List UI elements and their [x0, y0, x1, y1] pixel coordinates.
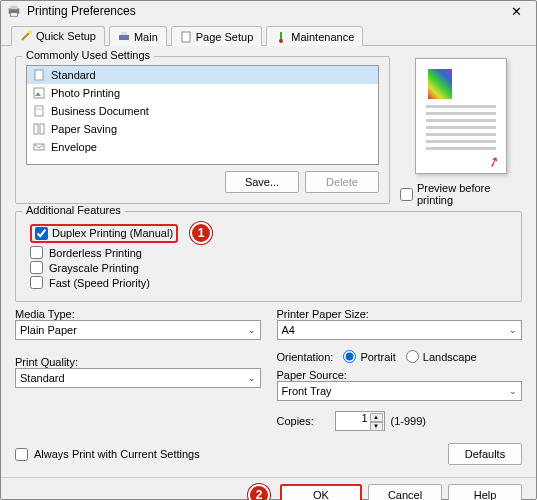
- spin-down[interactable]: ▼: [370, 422, 383, 431]
- doc-icon: [33, 69, 45, 81]
- list-item[interactable]: Paper Saving: [27, 120, 378, 138]
- dropdown-value: Front Tray: [282, 385, 332, 397]
- dropdown-value: Standard: [20, 372, 65, 384]
- dropdown-value: Plain Paper: [20, 324, 77, 336]
- cancel-button[interactable]: Cancel: [368, 484, 442, 500]
- callout-1: 1: [190, 222, 212, 244]
- list-item-label: Standard: [51, 69, 96, 81]
- list-item-label: Paper Saving: [51, 123, 117, 135]
- flip-arrow-icon: ➚: [486, 151, 503, 170]
- group-legend: Additional Features: [22, 204, 125, 216]
- landscape-label: Landscape: [423, 351, 477, 363]
- tab-main[interactable]: Main: [109, 26, 167, 46]
- tab-page-setup[interactable]: Page Setup: [171, 26, 263, 46]
- borderless-checkbox[interactable]: [30, 246, 43, 259]
- printer-tab-icon: [118, 31, 130, 43]
- always-print-label: Always Print with Current Settings: [34, 448, 200, 460]
- gradient-swatch: [428, 69, 452, 99]
- svg-point-4: [28, 30, 32, 34]
- ok-button[interactable]: OK: [280, 484, 362, 500]
- tab-label: Maintenance: [291, 31, 354, 43]
- always-print-checkbox[interactable]: [15, 448, 28, 461]
- list-item[interactable]: Envelope: [27, 138, 378, 156]
- close-button[interactable]: ✕: [502, 1, 530, 21]
- landscape-radio[interactable]: [406, 350, 419, 363]
- commonly-used-group: Commonly Used Settings Standard Photo Pr…: [15, 56, 390, 204]
- paper-size-dropdown[interactable]: A4⌄: [277, 320, 523, 340]
- save-button[interactable]: Save...: [225, 171, 299, 193]
- fast-row[interactable]: Fast (Speed Priority): [30, 276, 511, 289]
- copies-range: (1-999): [391, 415, 426, 427]
- svg-rect-7: [182, 32, 190, 42]
- fast-checkbox[interactable]: [30, 276, 43, 289]
- list-item-label: Envelope: [51, 141, 97, 153]
- borderless-row[interactable]: Borderless Printing: [30, 246, 511, 259]
- dialog-buttons: 2 OK Cancel Help: [1, 477, 536, 500]
- tab-maintenance[interactable]: Maintenance: [266, 26, 363, 46]
- orientation-label: Orientation:: [277, 351, 334, 363]
- media-type-label: Media Type:: [15, 308, 261, 320]
- titlebar: Printing Preferences ✕: [1, 1, 536, 21]
- svg-rect-11: [34, 88, 44, 98]
- help-button[interactable]: Help: [448, 484, 522, 500]
- nup-icon: [33, 123, 45, 135]
- preview-before-printing-check[interactable]: Preview before printing: [400, 182, 522, 206]
- fast-label: Fast (Speed Priority): [49, 277, 150, 289]
- svg-rect-15: [34, 124, 38, 134]
- svg-rect-13: [35, 106, 43, 116]
- copies-value: 1: [361, 412, 367, 424]
- preview-label: Preview before printing: [417, 182, 522, 206]
- paper-size-label: Printer Paper Size:: [277, 308, 523, 320]
- dropdown-value: A4: [282, 324, 295, 336]
- envelope-icon: [33, 141, 45, 153]
- chevron-down-icon: ⌄: [509, 386, 517, 396]
- copies-label: Copies:: [277, 415, 329, 427]
- tab-label: Page Setup: [196, 31, 254, 43]
- tab-bar: Quick Setup Main Page Setup Maintenance: [1, 21, 536, 46]
- list-item[interactable]: Business Document: [27, 102, 378, 120]
- print-quality-dropdown[interactable]: Standard⌄: [15, 368, 261, 388]
- page-icon: [180, 31, 192, 43]
- paper-source-dropdown[interactable]: Front Tray⌄: [277, 381, 523, 401]
- list-item[interactable]: Standard: [27, 66, 378, 84]
- svg-rect-1: [11, 6, 18, 10]
- media-type-dropdown[interactable]: Plain Paper⌄: [15, 320, 261, 340]
- borderless-label: Borderless Printing: [49, 247, 142, 259]
- settings-list[interactable]: Standard Photo Printing Business Documen…: [26, 65, 379, 165]
- svg-point-9: [279, 39, 283, 43]
- list-item-label: Photo Printing: [51, 87, 120, 99]
- svg-rect-8: [280, 32, 282, 40]
- tab-quick-setup[interactable]: Quick Setup: [11, 26, 105, 46]
- group-legend: Commonly Used Settings: [22, 49, 154, 61]
- copies-spinner[interactable]: ▲▼: [370, 413, 383, 431]
- list-item[interactable]: Photo Printing: [27, 84, 378, 102]
- chevron-down-icon: ⌄: [248, 325, 256, 335]
- chevron-down-icon: ⌄: [509, 325, 517, 335]
- svg-rect-6: [121, 32, 127, 35]
- portrait-option[interactable]: Portrait: [343, 350, 395, 363]
- printing-preferences-window: Printing Preferences ✕ Quick Setup Main …: [0, 0, 537, 500]
- additional-features-group: Additional Features Duplex Printing (Man…: [15, 211, 522, 302]
- landscape-option[interactable]: Landscape: [406, 350, 477, 363]
- grayscale-checkbox[interactable]: [30, 261, 43, 274]
- tab-label: Main: [134, 31, 158, 43]
- defaults-button[interactable]: Defaults: [448, 443, 522, 465]
- tab-content: Commonly Used Settings Standard Photo Pr…: [1, 46, 536, 473]
- printer-icon: [7, 4, 21, 18]
- svg-rect-2: [11, 13, 18, 17]
- svg-rect-16: [40, 124, 44, 134]
- spin-up[interactable]: ▲: [370, 413, 383, 422]
- photo-icon: [33, 87, 45, 99]
- delete-button[interactable]: Delete: [305, 171, 379, 193]
- duplex-checkbox[interactable]: [35, 227, 48, 240]
- portrait-radio[interactable]: [343, 350, 356, 363]
- grayscale-row[interactable]: Grayscale Printing: [30, 261, 511, 274]
- grayscale-label: Grayscale Printing: [49, 262, 139, 274]
- preview-column: ➚ Preview before printing: [400, 58, 522, 206]
- copies-input[interactable]: 1 ▲▼: [335, 411, 385, 431]
- paper-source-label: Paper Source:: [277, 369, 523, 381]
- wand-icon: [20, 30, 32, 42]
- preview-checkbox[interactable]: [400, 188, 413, 201]
- duplex-label: Duplex Printing (Manual): [52, 227, 173, 239]
- always-print-row[interactable]: Always Print with Current Settings: [15, 448, 200, 461]
